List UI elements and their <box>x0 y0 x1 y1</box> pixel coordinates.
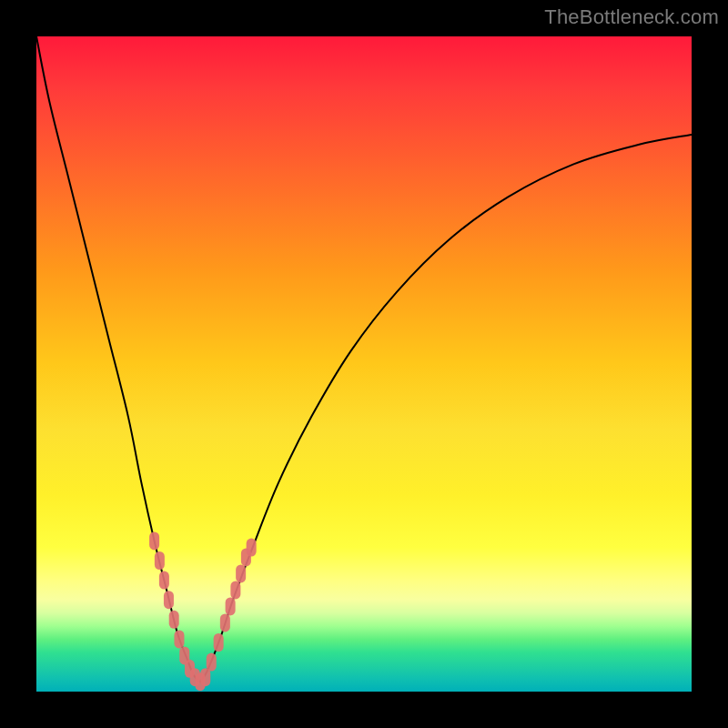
marker-dot <box>220 613 230 632</box>
marker-dot <box>226 597 236 615</box>
marker-dot <box>200 668 210 686</box>
marker-dot <box>159 571 169 590</box>
marker-dot <box>169 611 179 629</box>
curve-svg <box>36 36 692 692</box>
curve-right-branch <box>200 135 692 682</box>
marker-dot <box>230 581 240 599</box>
marker-dot <box>155 551 165 570</box>
marker-dot <box>164 591 174 609</box>
marker-dot <box>247 539 257 557</box>
curve-left-branch <box>36 36 200 682</box>
chart-frame: TheBottleneck.com <box>0 0 728 728</box>
marker-dot <box>236 564 246 582</box>
trough-markers <box>149 531 257 691</box>
marker-dot <box>207 653 217 672</box>
plot-area <box>36 36 692 692</box>
marker-dot <box>174 630 184 648</box>
marker-dot <box>149 531 159 550</box>
watermark-text: TheBottleneck.com <box>544 5 719 29</box>
marker-dot <box>214 633 224 652</box>
